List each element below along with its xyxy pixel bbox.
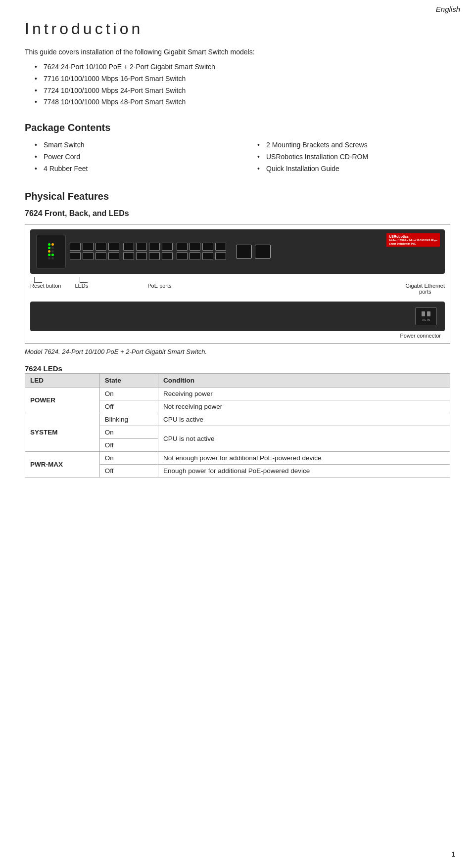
led-name-pwr-max: PWR-MAX — [25, 451, 100, 477]
rj45-port — [202, 243, 213, 251]
power-pin — [422, 311, 425, 316]
state-cell: Off — [99, 438, 158, 451]
rj45-port — [123, 252, 134, 260]
led-dot — [51, 257, 54, 260]
package-right-col: 2 Mounting Brackets and Screws USRobotic… — [247, 139, 450, 174]
rj45-port — [108, 243, 119, 251]
english-label: English — [436, 5, 460, 13]
power-connector-block: AC IN — [415, 307, 437, 325]
state-cell: Blinking — [99, 413, 158, 426]
led-dot — [51, 250, 54, 253]
rj45-port — [95, 243, 106, 251]
rj45-port — [162, 243, 173, 251]
gig-port — [255, 245, 271, 259]
table-row: SYSTEM Blinking CPU is active — [25, 413, 450, 426]
model-list: 7624 24-Port 10/100 PoE + 2-Port Gigabit… — [35, 61, 450, 108]
package-left-list: Smart Switch Power Cord 4 Rubber Feet — [35, 139, 228, 174]
rj45-port — [83, 243, 94, 251]
reset-label: Reset button — [30, 283, 61, 289]
rj45-port — [177, 243, 188, 251]
condition-cell: Receiving power — [158, 387, 450, 400]
leds-label: LEDs — [75, 283, 88, 289]
package-item: Smart Switch — [35, 139, 228, 151]
physical-features-title: Physical Features — [25, 191, 450, 202]
rj45-port — [108, 252, 119, 260]
usrobotics-badge: USRobotics 24-Port 10/100 + 2-Port 10/10… — [386, 233, 440, 247]
rj45-port — [162, 252, 173, 260]
rj45-port — [136, 243, 147, 251]
rj45-port — [136, 252, 147, 260]
table-header-state: State — [99, 373, 158, 387]
package-right-list: 2 Mounting Brackets and Screws USRobotic… — [257, 139, 450, 174]
led-dot — [48, 257, 50, 260]
gigabit-label: Gigabit Ethernetports — [406, 283, 445, 295]
state-cell: Off — [99, 400, 158, 413]
table-header-led: LED — [25, 373, 100, 387]
led-dot — [48, 247, 50, 249]
model-item: 7724 10/100/1000 Mbps 24-Port Smart Swit… — [35, 85, 450, 97]
state-cell: Off — [99, 464, 158, 477]
rj45-port — [70, 252, 81, 260]
led-name-system: SYSTEM — [25, 413, 100, 451]
intro-description: This guide covers installation of the fo… — [25, 47, 450, 57]
page-number: 1 — [451, 850, 455, 858]
power-connector-label: Power connector — [400, 333, 441, 339]
package-item: 2 Mounting Brackets and Screws — [257, 139, 450, 151]
table-header-condition: Condition — [158, 373, 450, 387]
model-item: 7624 24-Port 10/100 PoE + 2-Port Gigabit… — [35, 61, 450, 73]
leds-section-title: 7624 LEDs — [25, 364, 62, 373]
front-panel: USRobotics 24-Port 10/100 + 2-Port 10/10… — [30, 229, 445, 274]
model-item: 7716 10/100/1000 Mbps 16-Port Smart Swit… — [35, 73, 450, 85]
rj45-port — [123, 243, 134, 251]
led-name-power: POWER — [25, 387, 100, 413]
table-row: POWER On Receiving power — [25, 387, 450, 400]
state-cell: On — [99, 387, 158, 400]
poe-port-group-1 — [70, 243, 119, 260]
gigabit-ports — [236, 245, 271, 259]
rj45-port — [149, 252, 160, 260]
package-item: Power Cord — [35, 151, 228, 163]
led-dot — [51, 243, 54, 246]
model-item: 7748 10/100/1000 Mbps 48-Port Smart Swit… — [35, 96, 450, 108]
state-cell: On — [99, 451, 158, 464]
package-item: 4 Rubber Feet — [35, 163, 228, 175]
intro-title: Introduction — [25, 20, 450, 38]
led-table: LED State Condition POWER On Receiving p… — [25, 373, 450, 477]
led-dot — [48, 250, 50, 253]
condition-cell: Enough power for additional PoE-powered … — [158, 464, 450, 477]
package-title: Package Contents — [25, 122, 450, 133]
led-dot — [48, 254, 50, 256]
rj45-port — [95, 252, 106, 260]
package-left-col: Smart Switch Power Cord 4 Rubber Feet — [25, 139, 228, 174]
rj45-port — [83, 252, 94, 260]
condition-cell: CPU is active — [158, 413, 450, 426]
rj45-port — [190, 243, 200, 251]
leds-section: 7624 LEDs LED State Condition POWER On R… — [25, 364, 450, 477]
condition-cell: Not enough power for additional PoE-powe… — [158, 451, 450, 464]
power-connector-label-row: Power connector — [30, 333, 445, 339]
rj45-port — [215, 243, 226, 251]
table-row: PWR-MAX On Not enough power for addition… — [25, 451, 450, 464]
led-dot — [51, 247, 54, 249]
back-panel: AC IN — [30, 302, 445, 331]
package-item: USRobotics Installation CD-ROM — [257, 151, 450, 163]
physical-sub-title: 7624 Front, Back, and LEDs — [25, 209, 450, 218]
rj45-port — [202, 252, 213, 260]
poe-port-group-3 — [177, 243, 226, 260]
poe-port-group-2 — [123, 243, 173, 260]
rj45-port — [177, 252, 188, 260]
condition-cell: CPU is not active — [158, 426, 450, 451]
model-caption: Model 7624. 24-Port 10/100 PoE + 2-Port … — [25, 348, 450, 355]
led-dot — [51, 254, 54, 256]
package-item: Quick Installation Guide — [257, 163, 450, 175]
package-contents: Smart Switch Power Cord 4 Rubber Feet 2 … — [25, 139, 450, 174]
device-diagram: USRobotics 24-Port 10/100 + 2-Port 10/10… — [25, 224, 450, 344]
rj45-port — [149, 243, 160, 251]
condition-cell: Not receiving power — [158, 400, 450, 413]
poe-ports-label: PoE ports — [147, 283, 171, 289]
rj45-port — [70, 243, 81, 251]
rj45-port — [190, 252, 200, 260]
gig-port — [236, 245, 252, 259]
power-pins — [422, 311, 430, 316]
led-panel — [36, 235, 66, 268]
